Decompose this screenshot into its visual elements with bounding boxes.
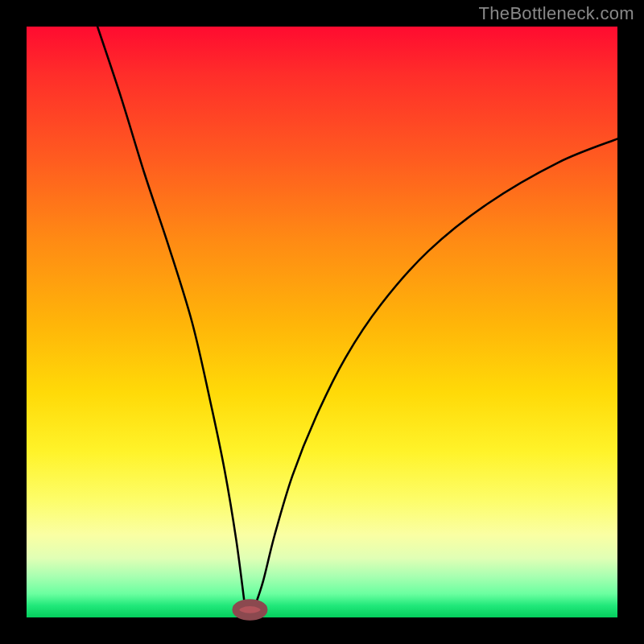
bottleneck-curve <box>27 27 617 617</box>
plot-area <box>27 27 617 617</box>
curve-right-branch <box>254 138 617 609</box>
curve-left-branch <box>97 27 245 609</box>
chart-container: TheBottleneck.com <box>0 0 644 644</box>
optimal-point-marker <box>236 603 264 617</box>
attribution-text: TheBottleneck.com <box>479 3 634 24</box>
